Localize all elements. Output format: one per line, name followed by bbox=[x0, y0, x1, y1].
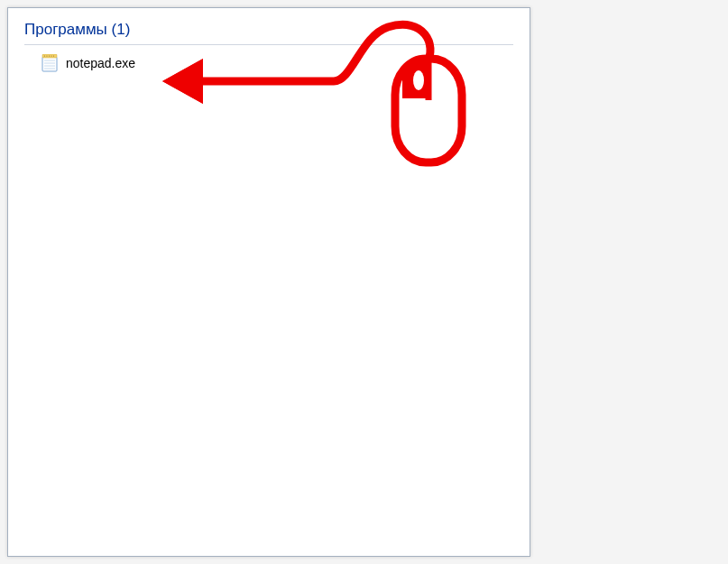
svg-point-5 bbox=[51, 55, 51, 56]
search-results-panel: Программы (1) notepad.exe bbox=[7, 7, 530, 557]
svg-point-4 bbox=[49, 55, 50, 56]
svg-rect-0 bbox=[42, 57, 57, 71]
search-result-label: notepad.exe bbox=[66, 56, 135, 70]
notepad-icon bbox=[41, 54, 59, 72]
search-result-notepad[interactable]: notepad.exe bbox=[8, 51, 530, 76]
svg-point-6 bbox=[53, 55, 54, 56]
divider bbox=[24, 44, 513, 45]
svg-point-2 bbox=[44, 55, 45, 56]
svg-point-3 bbox=[46, 55, 47, 56]
results-group-title: Программы (1) bbox=[24, 21, 130, 38]
results-group-header: Программы (1) bbox=[8, 8, 530, 41]
